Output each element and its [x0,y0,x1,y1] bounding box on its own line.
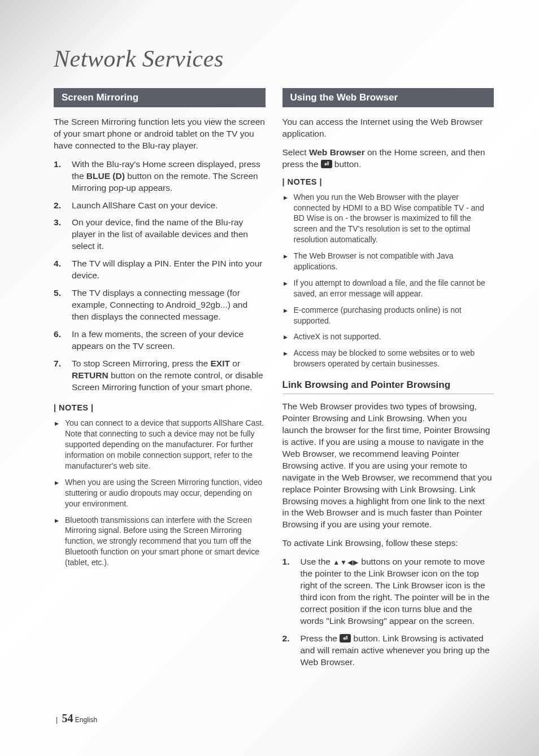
notes-label-left: | NOTES | [54,403,266,412]
note-text: ActiveX is not supported. [294,332,381,341]
note-item: When you are using the Screen Mirroring … [54,477,266,509]
step-text: Launch AllShare Cast on your device. [72,200,218,210]
note-text: Bluetooth transmissions can interfere wi… [65,515,259,567]
step-3: On your device, find the name of the Blu… [54,217,266,252]
section-header-screen-mirroring: Screen Mirroring [54,88,266,107]
step-6: In a few moments, the screen of your dev… [54,329,266,352]
step-1: With the Blu-ray's Home screen displayed… [54,159,266,194]
web-browser-intro-1: You can access the Internet using the We… [282,116,494,140]
note-item: The Web Browser is not compatible with J… [282,251,494,272]
subheading-link-browsing: Link Browsing and Pointer Browsing [282,379,494,394]
note-item: Bluetooth transmissions can interfere wi… [54,515,266,568]
screen-mirroring-intro: The Screen Mirroring function lets you v… [54,116,266,152]
content-columns: Screen Mirroring The Screen Mirroring fu… [54,88,494,679]
intro-text: button. [332,159,362,169]
note-item: Access may be blocked to some websites o… [282,348,494,369]
notes-list-left: You can connect to a device that support… [54,418,266,568]
link-browsing-body: The Web Browser provides two types of br… [282,401,494,531]
note-item: E-commerce (purchasing products online) … [282,305,494,326]
footer-language: English [75,716,97,724]
step-5: The TV displays a connecting message (fo… [54,287,266,323]
step-4: The TV will display a PIN. Enter the PIN… [54,258,266,282]
note-text: You can connect to a device that support… [65,418,264,470]
page-number: 54 [62,712,73,724]
intro-text: Select [282,147,309,157]
step-text: On your device, find the name of the Blu… [72,217,248,251]
footer-separator: | [56,716,58,724]
web-browser-intro-2: Select Web Browser on the Home screen, a… [282,147,494,171]
step-text: Press the [301,633,340,643]
step-7: To stop Screen Mirroring, press the EXIT… [54,358,266,394]
step-text: buttons on your remote to move the point… [301,557,490,626]
notes-label-right: | NOTES | [282,177,494,186]
page-footer: | 54 English [54,712,97,725]
note-item: You can connect to a device that support… [54,418,266,471]
section-header-web-browser: Using the Web Browser [282,88,494,107]
step-2: Launch AllShare Cast on your device. [54,200,266,212]
note-item: When you run the Web Browser with the pl… [282,192,494,245]
link-browsing-steps: Use the ▲▼◀▶ buttons on your remote to m… [282,556,494,668]
screen-mirroring-steps: With the Blu-ray's Home screen displayed… [54,159,266,394]
step-text: or [230,359,240,368]
enter-icon: ⏎ [321,160,332,168]
note-text: Access may be blocked to some websites o… [294,348,475,368]
left-column: Screen Mirroring The Screen Mirroring fu… [54,88,266,679]
note-text: If you attempt to download a file, and t… [294,278,485,298]
step-text: In a few moments, the screen of your dev… [72,329,244,351]
step-text: The TV displays a connecting message (fo… [72,288,247,321]
bold-blue-d: BLUE (D) [86,171,125,181]
page-container: Network Services Screen Mirroring The Sc… [0,0,539,707]
link-step-1: Use the ▲▼◀▶ buttons on your remote to m… [282,556,494,627]
right-column: Using the Web Browser You can access the… [282,88,494,679]
step-text: The TV will display a PIN. Enter the PIN… [72,259,262,280]
dpad-icon: ▲▼◀▶ [333,558,359,566]
note-item: ActiveX is not supported. [282,331,494,342]
link-browsing-lead: To activate Link Browsing, follow these … [282,537,494,549]
bold-web-browser: Web Browser [309,147,365,157]
note-item: If you attempt to download a file, and t… [282,278,494,299]
note-text: E-commerce (purchasing products online) … [294,305,462,325]
note-text: The Web Browser is not compatible with J… [294,251,454,271]
enter-icon: ⏎ [340,634,351,643]
step-text: Use the [301,557,333,566]
bold-return: RETURN [72,370,108,380]
bold-exit: EXIT [211,359,230,368]
notes-list-right: When you run the Web Browser with the pl… [282,192,494,369]
note-text: When you are using the Screen Mirroring … [65,478,262,508]
step-text: To stop Screen Mirroring, press the [72,359,211,368]
link-step-2: Press the ⏎ button. Link Browsing is act… [282,633,494,668]
note-text: When you run the Web Browser with the pl… [294,193,484,244]
page-title: Network Services [54,45,494,72]
